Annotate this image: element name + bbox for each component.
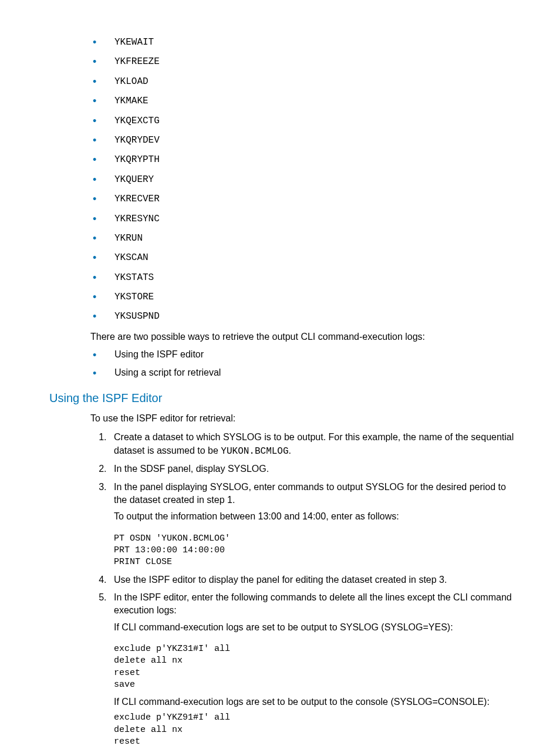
- step-subtext: If CLI command-execution logs are set to…: [114, 621, 519, 634]
- command-name: YKQRYPTH: [114, 154, 160, 165]
- step-subtext: If CLI command-execution logs are set to…: [114, 696, 519, 708]
- code-block: exclude p'YKZ91#I' all delete all nx res…: [114, 712, 519, 746]
- list-item: YKSTORE: [41, 290, 519, 303]
- step-4: Use the ISPF editor to display the panel…: [109, 573, 519, 586]
- command-name: YKEWAIT: [114, 37, 154, 48]
- ways-list: Using the ISPF editor Using a script for…: [41, 348, 519, 379]
- intro-use: To use the ISPF editor for retrieval:: [90, 412, 519, 425]
- step-text: In the panel displaying SYSLOG, enter co…: [114, 482, 506, 505]
- list-item: YKQEXCTG: [41, 114, 519, 127]
- code-block: exclude p'YKZ31#I' all delete all nx res…: [114, 643, 519, 691]
- dataset-name: YUKON.BCMLOG: [221, 446, 288, 457]
- way-label: Using a script for retrieval: [114, 367, 221, 377]
- section-heading: Using the ISPF Editor: [49, 390, 519, 406]
- command-name: YKQRYDEV: [114, 135, 160, 146]
- command-name: YKSCAN: [114, 252, 149, 263]
- list-item: YKQRYDEV: [41, 133, 519, 147]
- list-item: Using a script for retrieval: [41, 366, 519, 379]
- command-name: YKSTATS: [114, 272, 154, 283]
- command-name: YKRESYNC: [114, 214, 160, 224]
- list-item: YKRECVER: [41, 192, 519, 205]
- step-2: In the SDSF panel, display SYSLOG.: [109, 463, 519, 475]
- step-text: In the ISPF editor, enter the following …: [114, 592, 512, 615]
- command-name: YKLOAD: [114, 76, 149, 87]
- code-block: PT OSDN 'YUKON.BCMLOG' PRT 13:00:00 14:0…: [114, 533, 519, 569]
- list-item: YKEWAIT: [41, 35, 519, 49]
- step-3: In the panel displaying SYSLOG, enter co…: [109, 481, 519, 569]
- list-item: YKQRYPTH: [41, 153, 519, 166]
- step-text: .: [289, 445, 291, 455]
- list-item: YKLOAD: [41, 75, 519, 88]
- step-subtext: To output the information between 13:00 …: [114, 510, 519, 523]
- list-item: YKSCAN: [41, 251, 519, 264]
- step-text: In the SDSF panel, display SYSLOG.: [114, 464, 269, 474]
- list-item: YKSUSPND: [41, 309, 519, 323]
- list-item: YKRUN: [41, 231, 519, 245]
- list-item: YKRESYNC: [41, 212, 519, 225]
- intro-ways: There are two possible ways to retrieve …: [90, 330, 519, 343]
- way-label: Using the ISPF editor: [114, 349, 204, 359]
- step-5: In the ISPF editor, enter the following …: [109, 591, 519, 746]
- command-name: YKSUSPND: [114, 311, 160, 322]
- command-name: YKQUERY: [114, 174, 154, 185]
- command-name: YKFREEZE: [114, 56, 160, 67]
- step-1: Create a dataset to which SYSLOG is to b…: [109, 431, 519, 458]
- command-name: YKRECVER: [114, 194, 160, 204]
- command-name: YKSTORE: [114, 292, 154, 302]
- list-item: Using the ISPF editor: [41, 348, 519, 361]
- command-name: YKRUN: [114, 233, 143, 244]
- steps-list: Create a dataset to which SYSLOG is to b…: [90, 431, 519, 746]
- command-name: YKMAKE: [114, 96, 149, 106]
- step-text: Use the ISPF editor to display the panel…: [114, 575, 447, 585]
- list-item: YKSTATS: [41, 271, 519, 284]
- list-item: YKMAKE: [41, 94, 519, 107]
- list-item: YKQUERY: [41, 173, 519, 186]
- step-text: Create a dataset to which SYSLOG is to b…: [114, 432, 514, 455]
- command-name: YKQEXCTG: [114, 116, 160, 126]
- list-item: YKFREEZE: [41, 55, 519, 68]
- command-list: YKEWAIT YKFREEZE YKLOAD YKMAKE YKQEXCTG …: [41, 35, 519, 323]
